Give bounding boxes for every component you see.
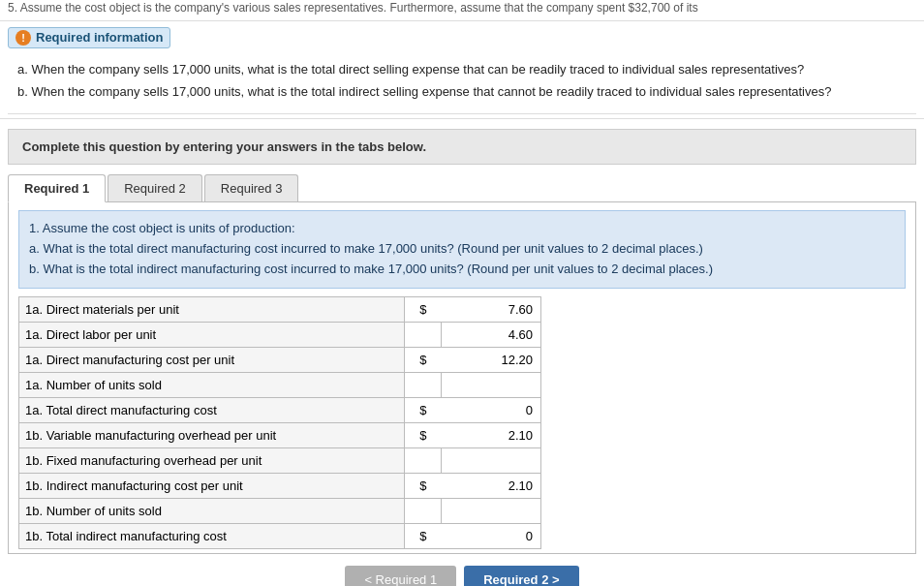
row-empty-dollar-3 [404, 372, 442, 397]
question-part-b: b. When the company sells 17,000 units, … [17, 82, 907, 103]
tab-instruction-line2: a. What is the total direct manufacturin… [29, 239, 895, 260]
top-banner-text: 5. Assume the cost object is the company… [0, 0, 924, 21]
nav-buttons: < Required 1 Required 2 > [0, 554, 924, 586]
instruction-bar: Complete this question by entering your … [8, 129, 916, 165]
question-part-a: a. When the company sells 17,000 units, … [17, 60, 907, 80]
tab-instructions: 1. Assume the cost object is units of pr… [18, 210, 906, 288]
row-label-7: 1b. Indirect manufacturing cost per unit [19, 473, 405, 498]
required-info-box: ! Required information [8, 27, 170, 48]
row-value-9: 0 [442, 523, 541, 548]
tab-required2[interactable]: Required 2 [108, 174, 202, 201]
row-label-2: 1a. Direct manufacturing cost per unit [19, 347, 405, 372]
tab-required1[interactable]: Required 1 [8, 174, 106, 202]
row-label-4: 1a. Total direct manufacturing cost [19, 397, 405, 422]
row-dollar-2: $ [404, 347, 442, 372]
info-icon: ! [15, 30, 31, 46]
row-dollar-5: $ [404, 422, 442, 447]
row-empty-dollar-1 [404, 322, 442, 347]
row-dollar-7: $ [404, 473, 442, 498]
tab-content: 1. Assume the cost object is units of pr… [8, 202, 916, 553]
row-dollar-0: $ [404, 296, 442, 322]
row-dollar-4: $ [404, 397, 442, 422]
tab-required3[interactable]: Required 3 [204, 174, 299, 201]
required-info-label: Required information [36, 30, 163, 45]
row-value-0: 7.60 [442, 296, 541, 322]
row-value-7: 2.10 [442, 473, 541, 498]
row-label-0: 1a. Direct materials per unit [19, 296, 405, 322]
row-dollar-9: $ [404, 523, 442, 548]
row-label-5: 1b. Variable manufacturing overhead per … [19, 422, 405, 447]
question-text: a. When the company sells 17,000 units, … [8, 52, 916, 115]
row-value-4: 0 [442, 397, 541, 422]
row-value-8[interactable] [442, 498, 541, 523]
row-label-6: 1b. Fixed manufacturing overhead per uni… [19, 447, 405, 473]
tab-instruction-line3: b. What is the total indirect manufactur… [29, 260, 895, 280]
row-value-2: 12.20 [442, 347, 541, 372]
row-value-1: 4.60 [442, 322, 541, 347]
next-button[interactable]: Required 2 > [464, 566, 578, 586]
row-label-3: 1a. Number of units sold [19, 372, 405, 397]
prev-button[interactable]: < Required 1 [345, 566, 456, 586]
tabs-container: Required 1 Required 2 Required 3 [8, 174, 916, 202]
row-empty-dollar-6 [404, 447, 442, 473]
row-value-5: 2.10 [442, 422, 541, 447]
row-empty-dollar-8 [404, 498, 442, 523]
data-table: 1a. Direct materials per unit$7.601a. Di… [18, 296, 541, 549]
tab-instruction-line1: 1. Assume the cost object is units of pr… [29, 219, 895, 239]
row-label-9: 1b. Total indirect manufacturing cost [19, 523, 405, 548]
row-label-8: 1b. Number of units sold [19, 498, 405, 523]
row-value-3[interactable] [442, 372, 541, 397]
row-label-1: 1a. Direct labor per unit [19, 322, 405, 347]
row-value-6[interactable] [442, 447, 541, 473]
